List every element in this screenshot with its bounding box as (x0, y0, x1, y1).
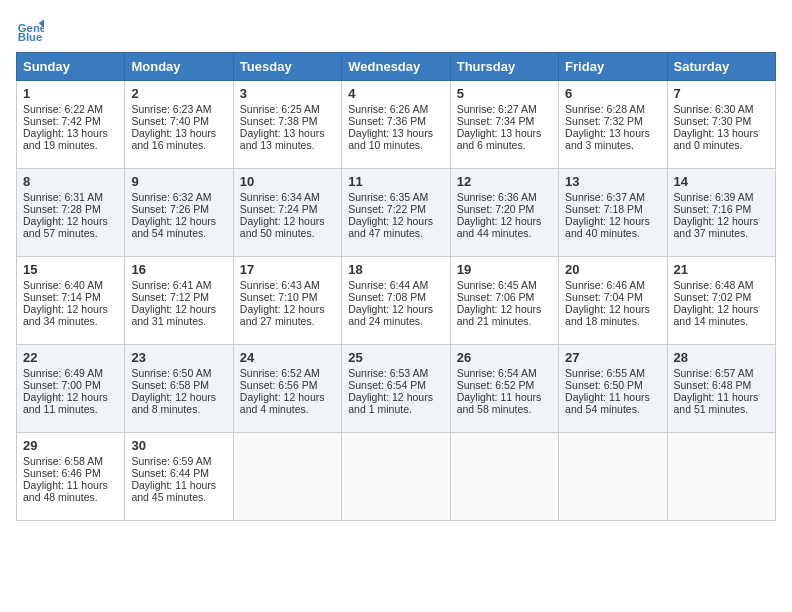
daylight-text: Daylight: 13 hours and 19 minutes. (23, 127, 118, 151)
sunset-text: Sunset: 6:58 PM (131, 379, 226, 391)
sunset-text: Sunset: 7:00 PM (23, 379, 118, 391)
sunset-text: Sunset: 7:34 PM (457, 115, 552, 127)
sunset-text: Sunset: 7:24 PM (240, 203, 335, 215)
calendar-cell: 17Sunrise: 6:43 AMSunset: 7:10 PMDayligh… (233, 257, 341, 345)
logo-icon: General Blue (16, 16, 44, 44)
calendar-cell: 12Sunrise: 6:36 AMSunset: 7:20 PMDayligh… (450, 169, 558, 257)
sunset-text: Sunset: 6:44 PM (131, 467, 226, 479)
col-header-friday: Friday (559, 53, 667, 81)
day-number: 25 (348, 350, 443, 365)
sunrise-text: Sunrise: 6:49 AM (23, 367, 118, 379)
calendar-cell: 2Sunrise: 6:23 AMSunset: 7:40 PMDaylight… (125, 81, 233, 169)
daylight-text: Daylight: 13 hours and 6 minutes. (457, 127, 552, 151)
day-number: 7 (674, 86, 769, 101)
calendar-cell: 29Sunrise: 6:58 AMSunset: 6:46 PMDayligh… (17, 433, 125, 521)
daylight-text: Daylight: 12 hours and 14 minutes. (674, 303, 769, 327)
sunset-text: Sunset: 7:22 PM (348, 203, 443, 215)
daylight-text: Daylight: 12 hours and 24 minutes. (348, 303, 443, 327)
daylight-text: Daylight: 12 hours and 31 minutes. (131, 303, 226, 327)
calendar-cell: 9Sunrise: 6:32 AMSunset: 7:26 PMDaylight… (125, 169, 233, 257)
sunrise-text: Sunrise: 6:35 AM (348, 191, 443, 203)
sunrise-text: Sunrise: 6:27 AM (457, 103, 552, 115)
sunrise-text: Sunrise: 6:48 AM (674, 279, 769, 291)
calendar-week-row: 22Sunrise: 6:49 AMSunset: 7:00 PMDayligh… (17, 345, 776, 433)
day-number: 19 (457, 262, 552, 277)
sunrise-text: Sunrise: 6:50 AM (131, 367, 226, 379)
day-number: 4 (348, 86, 443, 101)
sunrise-text: Sunrise: 6:28 AM (565, 103, 660, 115)
sunrise-text: Sunrise: 6:44 AM (348, 279, 443, 291)
sunset-text: Sunset: 7:06 PM (457, 291, 552, 303)
sunset-text: Sunset: 7:02 PM (674, 291, 769, 303)
calendar-cell: 5Sunrise: 6:27 AMSunset: 7:34 PMDaylight… (450, 81, 558, 169)
sunrise-text: Sunrise: 6:54 AM (457, 367, 552, 379)
calendar-cell: 26Sunrise: 6:54 AMSunset: 6:52 PMDayligh… (450, 345, 558, 433)
daylight-text: Daylight: 12 hours and 40 minutes. (565, 215, 660, 239)
svg-text:Blue: Blue (18, 31, 43, 43)
calendar-cell: 28Sunrise: 6:57 AMSunset: 6:48 PMDayligh… (667, 345, 775, 433)
sunset-text: Sunset: 7:40 PM (131, 115, 226, 127)
col-header-saturday: Saturday (667, 53, 775, 81)
day-number: 1 (23, 86, 118, 101)
daylight-text: Daylight: 13 hours and 13 minutes. (240, 127, 335, 151)
day-number: 16 (131, 262, 226, 277)
calendar-header-row: SundayMondayTuesdayWednesdayThursdayFrid… (17, 53, 776, 81)
sunset-text: Sunset: 6:48 PM (674, 379, 769, 391)
calendar-week-row: 15Sunrise: 6:40 AMSunset: 7:14 PMDayligh… (17, 257, 776, 345)
daylight-text: Daylight: 12 hours and 4 minutes. (240, 391, 335, 415)
sunset-text: Sunset: 7:12 PM (131, 291, 226, 303)
sunrise-text: Sunrise: 6:39 AM (674, 191, 769, 203)
col-header-sunday: Sunday (17, 53, 125, 81)
sunrise-text: Sunrise: 6:30 AM (674, 103, 769, 115)
sunrise-text: Sunrise: 6:37 AM (565, 191, 660, 203)
day-number: 9 (131, 174, 226, 189)
daylight-text: Daylight: 12 hours and 21 minutes. (457, 303, 552, 327)
day-number: 24 (240, 350, 335, 365)
calendar-cell: 16Sunrise: 6:41 AMSunset: 7:12 PMDayligh… (125, 257, 233, 345)
sunrise-text: Sunrise: 6:46 AM (565, 279, 660, 291)
daylight-text: Daylight: 11 hours and 45 minutes. (131, 479, 226, 503)
daylight-text: Daylight: 12 hours and 34 minutes. (23, 303, 118, 327)
sunset-text: Sunset: 6:52 PM (457, 379, 552, 391)
daylight-text: Daylight: 11 hours and 54 minutes. (565, 391, 660, 415)
calendar-cell: 10Sunrise: 6:34 AMSunset: 7:24 PMDayligh… (233, 169, 341, 257)
calendar-cell (233, 433, 341, 521)
calendar-cell: 15Sunrise: 6:40 AMSunset: 7:14 PMDayligh… (17, 257, 125, 345)
daylight-text: Daylight: 12 hours and 50 minutes. (240, 215, 335, 239)
col-header-thursday: Thursday (450, 53, 558, 81)
col-header-wednesday: Wednesday (342, 53, 450, 81)
day-number: 29 (23, 438, 118, 453)
calendar-cell: 3Sunrise: 6:25 AMSunset: 7:38 PMDaylight… (233, 81, 341, 169)
calendar-cell: 21Sunrise: 6:48 AMSunset: 7:02 PMDayligh… (667, 257, 775, 345)
sunset-text: Sunset: 7:32 PM (565, 115, 660, 127)
daylight-text: Daylight: 11 hours and 48 minutes. (23, 479, 118, 503)
sunrise-text: Sunrise: 6:55 AM (565, 367, 660, 379)
calendar-cell (667, 433, 775, 521)
sunrise-text: Sunrise: 6:31 AM (23, 191, 118, 203)
day-number: 11 (348, 174, 443, 189)
sunset-text: Sunset: 7:20 PM (457, 203, 552, 215)
sunset-text: Sunset: 6:46 PM (23, 467, 118, 479)
day-number: 6 (565, 86, 660, 101)
sunrise-text: Sunrise: 6:57 AM (674, 367, 769, 379)
sunset-text: Sunset: 6:54 PM (348, 379, 443, 391)
sunset-text: Sunset: 7:04 PM (565, 291, 660, 303)
sunrise-text: Sunrise: 6:45 AM (457, 279, 552, 291)
sunrise-text: Sunrise: 6:36 AM (457, 191, 552, 203)
calendar-cell: 19Sunrise: 6:45 AMSunset: 7:06 PMDayligh… (450, 257, 558, 345)
calendar-cell: 14Sunrise: 6:39 AMSunset: 7:16 PMDayligh… (667, 169, 775, 257)
sunrise-text: Sunrise: 6:23 AM (131, 103, 226, 115)
day-number: 23 (131, 350, 226, 365)
calendar-cell (559, 433, 667, 521)
daylight-text: Daylight: 13 hours and 10 minutes. (348, 127, 443, 151)
day-number: 15 (23, 262, 118, 277)
sunrise-text: Sunrise: 6:25 AM (240, 103, 335, 115)
col-header-monday: Monday (125, 53, 233, 81)
calendar-cell: 6Sunrise: 6:28 AMSunset: 7:32 PMDaylight… (559, 81, 667, 169)
daylight-text: Daylight: 12 hours and 8 minutes. (131, 391, 226, 415)
logo: General Blue (16, 16, 44, 44)
sunrise-text: Sunrise: 6:26 AM (348, 103, 443, 115)
calendar-cell: 23Sunrise: 6:50 AMSunset: 6:58 PMDayligh… (125, 345, 233, 433)
daylight-text: Daylight: 11 hours and 51 minutes. (674, 391, 769, 415)
sunset-text: Sunset: 6:56 PM (240, 379, 335, 391)
